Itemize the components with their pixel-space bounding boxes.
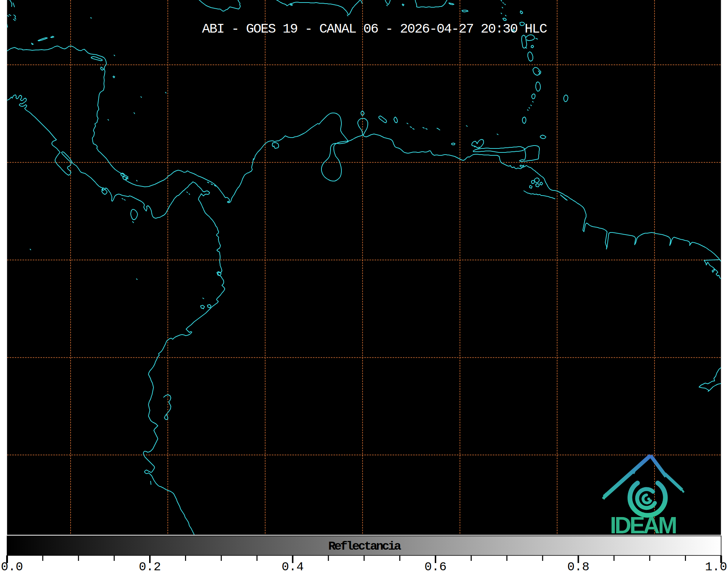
svg-text:1.0: 1.0: [705, 560, 727, 571]
svg-text:0.6: 0.6: [424, 560, 446, 571]
svg-text:0.2: 0.2: [139, 560, 161, 571]
svg-text:0.0: 0.0: [1, 560, 23, 571]
svg-text:IDEAM: IDEAM: [610, 512, 677, 538]
svg-text:Reflectancia: Reflectancia: [328, 539, 401, 553]
svg-text:0.4: 0.4: [282, 560, 304, 571]
svg-text:ABI - GOES 19 - CANAL 06 - 202: ABI - GOES 19 - CANAL 06 - 2026-04-27 20…: [202, 21, 547, 37]
svg-text:0.8: 0.8: [567, 560, 589, 571]
